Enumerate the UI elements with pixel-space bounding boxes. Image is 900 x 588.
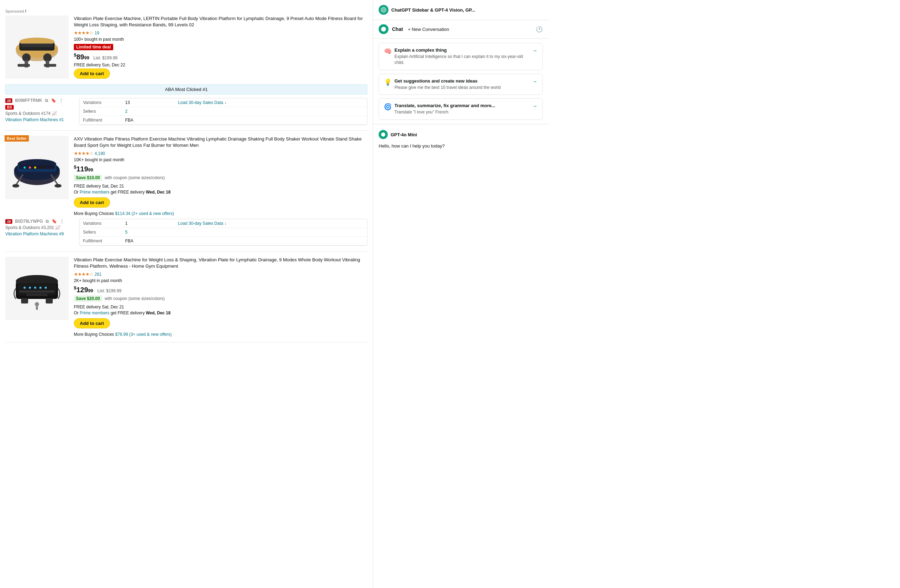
svg-point-30 bbox=[45, 286, 47, 289]
copy-icon-2[interactable]: ⧉ bbox=[46, 219, 49, 224]
prime-link-2[interactable]: Prime members bbox=[80, 190, 110, 195]
review-count-2[interactable]: 4,190 bbox=[95, 151, 105, 156]
fulfillment-value-2: FBA bbox=[122, 237, 174, 246]
copy-icon-1[interactable]: ⧉ bbox=[45, 98, 48, 103]
bought-count-1: 100+ bought in past month bbox=[74, 37, 368, 42]
delivery-info-2: FREE delivery Sat, Dec 21 bbox=[74, 184, 368, 189]
more-icon-2[interactable]: ⋮ bbox=[60, 219, 64, 224]
star-icons-3: ★★★★☆ bbox=[74, 272, 93, 277]
sidebar-title: ChatGPT Sidebar & GPT-4 Vision, GP... bbox=[391, 8, 543, 12]
suggestion-emoji-0: 🧠 bbox=[384, 47, 392, 55]
svg-point-26 bbox=[23, 286, 26, 289]
svg-point-17 bbox=[29, 167, 31, 169]
variations-value-2: 1 bbox=[122, 219, 174, 228]
load-sales-2[interactable]: Load 30-day Sales Data ↓ bbox=[174, 219, 367, 228]
rank-line-1[interactable]: Sports & Outdoors #174 📈 bbox=[5, 111, 76, 116]
svg-point-16 bbox=[23, 167, 26, 169]
fulfillment-label-1: Fulfillment bbox=[79, 116, 122, 125]
info-icon[interactable]: ℹ bbox=[25, 9, 26, 13]
add-to-cart-button-1[interactable]: Add to cart bbox=[74, 68, 110, 79]
prime-line-3: Or Prime members get FREE delivery Wed, … bbox=[74, 311, 368, 316]
coupon-badge-3[interactable]: Save $20.00 bbox=[74, 296, 102, 302]
sellers-value-1[interactable]: 2 bbox=[122, 107, 174, 116]
coupon-note-3: with coupon (some sizes/colors) bbox=[105, 296, 165, 301]
load-sales-1[interactable]: Load 30-day Sales Data ↓ bbox=[174, 98, 367, 107]
price-line-3: $12999 List: $199.99 bbox=[74, 285, 368, 294]
sponsored-label-1: Sponsored ℹ bbox=[5, 9, 368, 13]
variations-value-1: 13 bbox=[122, 98, 174, 107]
product-card-3: Vibration Plate Exercise Machine for Wei… bbox=[5, 252, 368, 342]
chat-icon bbox=[379, 24, 388, 34]
price-line-2: $11999 bbox=[74, 164, 368, 173]
buying-choices-link-3[interactable]: $78.99 (3+ used & new offers) bbox=[115, 332, 172, 337]
load-sales-btn-2[interactable]: Load 30-day Sales Data ↓ bbox=[178, 221, 363, 226]
suggestion-card-1[interactable]: 💡 Get suggestions and create new ideas P… bbox=[379, 74, 543, 95]
product-title-1[interactable]: Vibration Plate Exercise Machine, LERTIN… bbox=[74, 15, 368, 28]
rank-line-2[interactable]: Vibration Platform Machines #1 bbox=[5, 117, 76, 122]
seller-row-1: 🇺🇸 B098FFTRMK ⧉ 🔖 ⋮ BS Sports & Outdoors… bbox=[5, 98, 368, 125]
seller-badge-area-2: 🇺🇸 B0D78LYWPG ⧉ 🔖 ⋮ Sports & Outdoors #3… bbox=[5, 219, 76, 237]
new-conversation-button[interactable]: + New Conversation bbox=[408, 27, 449, 32]
history-button[interactable]: 🕐 bbox=[536, 26, 543, 32]
add-to-cart-button-3[interactable]: Add to cart bbox=[74, 318, 110, 328]
star-icons-2: ★★★★☆ bbox=[74, 151, 93, 156]
gpt4o-mini-icon bbox=[379, 130, 388, 139]
coupon-note-2: with coupon (some sizes/colors) bbox=[105, 175, 165, 180]
add-to-cart-button-2[interactable]: Add to cart bbox=[74, 197, 110, 207]
suggestion-card-0[interactable]: 🧠 Explain a complex thing Explain Artifi… bbox=[379, 43, 543, 70]
review-count-1[interactable]: 19 bbox=[95, 31, 99, 36]
rank-line-4[interactable]: Vibration Platform Machines #9 bbox=[5, 232, 76, 237]
price-main-1: $8999 bbox=[74, 53, 92, 61]
suggestion-title-1: Get suggestions and create new ideas bbox=[394, 78, 529, 84]
suggestion-title-0: Explain a complex thing bbox=[394, 47, 529, 53]
suggestion-text-1: Get suggestions and create new ideas Ple… bbox=[394, 78, 529, 91]
limited-deal-badge: Limited time deal bbox=[74, 44, 113, 50]
sidebar-header: ChatGPT Sidebar & GPT-4 Vision, GP... bbox=[373, 0, 548, 20]
suggestion-card-2[interactable]: 🌀 Translate, summarize, fix grammar and … bbox=[379, 98, 543, 120]
sellers-value-2[interactable]: 5 bbox=[122, 228, 174, 237]
gpt4o-mini-message: Hello, how can I help you today? bbox=[379, 142, 543, 150]
price-main-3: $12999 bbox=[74, 286, 95, 294]
buying-choices-2: More Buying Choices $114.34 (2+ used & n… bbox=[74, 211, 368, 216]
load-sales-btn-1[interactable]: Load 30-day Sales Data ↓ bbox=[178, 100, 363, 105]
product-title-2[interactable]: AXV Vibration Plate Fitness Platform Exe… bbox=[74, 136, 368, 149]
svg-point-22 bbox=[54, 184, 62, 187]
more-icon-1[interactable]: ⋮ bbox=[59, 98, 63, 103]
suggestion-desc-0: Explain Artificial Intelligence so that … bbox=[394, 54, 529, 66]
gpt4o-mini-section: GPT-4o Mini Hello, how can I help you to… bbox=[373, 124, 548, 155]
product-image-3[interactable] bbox=[5, 257, 68, 320]
product-image-1[interactable] bbox=[5, 15, 68, 79]
rank-line-3[interactable]: Sports & Outdoors #3,201 📈 bbox=[5, 225, 76, 230]
product-image-2[interactable]: Best Seller bbox=[5, 136, 68, 199]
product-info-3: Vibration Plate Exercise Machine for Wei… bbox=[74, 257, 368, 337]
svg-rect-4 bbox=[21, 43, 53, 47]
prime-link-3[interactable]: Prime members bbox=[80, 311, 110, 316]
svg-point-21 bbox=[12, 184, 19, 187]
price-line-1: $8999 List: $199.99 bbox=[74, 52, 368, 61]
seller-badge-area-1: 🇺🇸 B098FFTRMK ⧉ 🔖 ⋮ BS Sports & Outdoors… bbox=[5, 98, 76, 122]
coupon-badge-2[interactable]: Save $10.00 bbox=[74, 175, 102, 181]
asin-label-1: B098FFTRMK bbox=[15, 98, 42, 103]
product-title-3[interactable]: Vibration Plate Exercise Machine for Wei… bbox=[74, 257, 368, 269]
review-count-3[interactable]: 261 bbox=[95, 272, 102, 277]
seller-row-2: 🇺🇸 B0D78LYWPG ⧉ 🔖 ⋮ Sports & Outdoors #3… bbox=[5, 219, 368, 246]
bookmark-icon-2[interactable]: 🔖 bbox=[52, 219, 57, 224]
stars-1[interactable]: ★★★★☆ 19 bbox=[74, 30, 368, 36]
sellers-label-2: Sellers bbox=[79, 228, 122, 237]
product-info-1: Vibration Plate Exercise Machine, LERTIN… bbox=[74, 15, 368, 81]
arrow-icon-1: → bbox=[532, 78, 537, 85]
product-card-2: Best Seller bbox=[5, 131, 368, 252]
stars-3[interactable]: ★★★★☆ 261 bbox=[74, 272, 368, 277]
svg-rect-33 bbox=[21, 298, 28, 303]
buying-choices-link-2[interactable]: $114.34 (2+ used & new offers) bbox=[115, 211, 174, 216]
bookmark-icon-1[interactable]: 🔖 bbox=[51, 98, 56, 103]
svg-rect-9 bbox=[17, 64, 30, 67]
svg-rect-31 bbox=[19, 291, 54, 292]
gpt4o-mini-label: GPT-4o Mini bbox=[391, 132, 417, 137]
stars-2[interactable]: ★★★★☆ 4,190 bbox=[74, 151, 368, 156]
bs-badge-1: BS bbox=[5, 105, 14, 110]
aba-bar-1: ABA Most Clicked #1 bbox=[5, 84, 368, 94]
svg-point-28 bbox=[34, 286, 36, 289]
arrow-icon-0: → bbox=[532, 47, 537, 54]
red-flag-1: 🇺🇸 bbox=[5, 98, 12, 103]
